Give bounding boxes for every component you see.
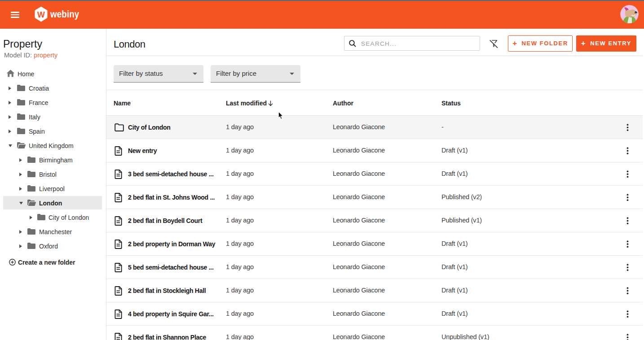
svg-text:W: W (37, 9, 45, 19)
